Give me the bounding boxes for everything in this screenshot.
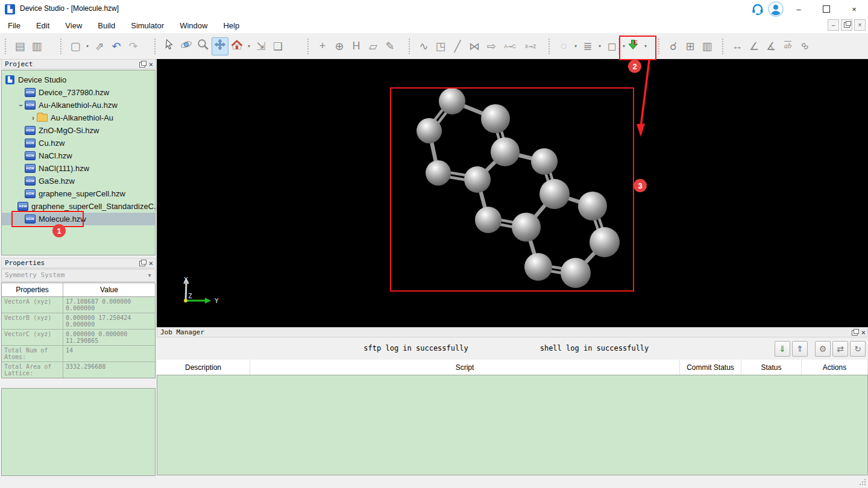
- project-float-button[interactable]: [139, 62, 145, 67]
- select-cursor-button[interactable]: [161, 37, 178, 55]
- properties-float-button[interactable]: [139, 261, 145, 266]
- child-restore-button[interactable]: [841, 19, 852, 31]
- atom[interactable]: [512, 213, 541, 242]
- tree-item-cu[interactable]: HZWCu.hzw: [2, 137, 155, 149]
- save-button[interactable]: ▥: [28, 37, 45, 55]
- job-settings-button[interactable]: ⚙: [815, 341, 831, 357]
- add-fragment-button[interactable]: ⊕: [331, 37, 348, 55]
- select-atoms-button[interactable]: ◌: [555, 37, 572, 55]
- measure-dihedral-button[interactable]: ∡: [763, 37, 779, 55]
- project-close-button[interactable]: ×: [149, 61, 153, 68]
- build-supercell-button[interactable]: ⊞: [682, 37, 699, 55]
- build-cluster-button[interactable]: ☌: [665, 37, 682, 55]
- pan-view-button[interactable]: [212, 37, 228, 55]
- tree-item-graphene-supercell[interactable]: HZWgraphene_superCell.hzw: [2, 187, 155, 200]
- undo-button[interactable]: ↶: [108, 37, 125, 55]
- open-project-button[interactable]: ▤: [11, 37, 28, 55]
- new-file-dropdown[interactable]: ▾: [84, 37, 91, 55]
- support-headset-icon[interactable]: [749, 1, 767, 17]
- column-header-actions[interactable]: Actions: [802, 360, 868, 375]
- home-view-button[interactable]: [228, 37, 245, 55]
- draw-bond-button[interactable]: ✎: [382, 37, 398, 55]
- column-header-status[interactable]: Status: [741, 360, 802, 375]
- tile-windows-button[interactable]: ❏: [269, 37, 286, 55]
- mirror-button[interactable]: ⋈: [466, 37, 483, 55]
- menu-window[interactable]: Window: [172, 18, 215, 33]
- tree-item-nacl-111[interactable]: HZWNaCl(111).hzw: [2, 162, 155, 175]
- job-manager-close-button[interactable]: ×: [861, 329, 866, 336]
- submit-job-button[interactable]: ⇑: [792, 341, 808, 357]
- close-button[interactable]: ×: [840, 1, 868, 18]
- atom[interactable]: [481, 104, 510, 133]
- refresh-jobs-button[interactable]: ↻: [850, 341, 866, 357]
- build-lattice-button[interactable]: ▥: [699, 37, 715, 55]
- expand-chevron-icon[interactable]: ›: [30, 114, 37, 122]
- add-atom-button[interactable]: +: [314, 37, 331, 55]
- viewport-3d[interactable]: X Y Z: [157, 59, 868, 327]
- column-header-description[interactable]: Description: [157, 360, 250, 375]
- select-cell-button[interactable]: ◻: [603, 37, 620, 55]
- atom[interactable]: [417, 118, 442, 143]
- toolbar-drag-handle[interactable]: [154, 39, 159, 54]
- menu-build[interactable]: Build: [90, 18, 123, 33]
- atom[interactable]: [491, 137, 520, 166]
- toolbar-drag-handle[interactable]: [409, 39, 413, 54]
- column-header-script[interactable]: Script: [250, 360, 680, 375]
- atom[interactable]: [426, 160, 451, 186]
- symmetry-system-combo[interactable]: Symmetry System ▼: [1, 269, 156, 282]
- bond-length-button[interactable]: ∞: [796, 37, 813, 55]
- user-account-icon[interactable]: [767, 1, 785, 17]
- atom[interactable]: [578, 192, 607, 221]
- zoom-view-button[interactable]: [195, 37, 212, 55]
- job-manager-float-button[interactable]: [852, 330, 858, 336]
- select-molecule-button[interactable]: ≣: [579, 37, 596, 55]
- job-flow-button[interactable]: ⇄: [832, 341, 848, 357]
- add-hydrogen-button[interactable]: H: [348, 37, 365, 55]
- collapse-chevron-icon[interactable]: ›: [17, 102, 25, 109]
- tree-item-device-737980[interactable]: HZWDevice_737980.hzw: [2, 86, 155, 99]
- tree-item-graphene-supercell-standardize[interactable]: HZWgraphene_superCell_StandardizeC...: [2, 200, 155, 213]
- toolbar-drag-handle[interactable]: [722, 39, 726, 54]
- export-file-button[interactable]: ⇗: [91, 37, 108, 55]
- menu-view[interactable]: View: [57, 18, 90, 33]
- select-atoms-dropdown[interactable]: ▾: [572, 37, 579, 55]
- menu-simulator[interactable]: Simulator: [123, 18, 172, 33]
- redo-button[interactable]: ↷: [125, 37, 142, 55]
- rename-elements-button[interactable]: A⇝C: [500, 37, 520, 55]
- tree-item-gase[interactable]: HZWGaSe.hzw: [2, 175, 155, 187]
- select-molecule-dropdown[interactable]: ▾: [596, 37, 603, 55]
- maximize-button[interactable]: [813, 1, 840, 18]
- minimize-button[interactable]: –: [785, 1, 813, 18]
- tree-item-au-alkanethiol-au-folder[interactable]: ›Au-Alkanethiol-Au: [2, 111, 155, 124]
- menu-help[interactable]: Help: [215, 18, 247, 33]
- fit-view-button[interactable]: ⇲: [253, 37, 269, 55]
- fetch-results-button[interactable]: ⇓: [775, 341, 790, 357]
- move-atom-button[interactable]: ◳: [432, 37, 449, 55]
- atom[interactable]: [524, 253, 552, 281]
- atom[interactable]: [590, 227, 620, 257]
- toolbar-drag-handle[interactable]: [549, 39, 553, 54]
- atom[interactable]: [475, 207, 502, 233]
- atom[interactable]: [531, 148, 558, 175]
- child-minimize-button[interactable]: –: [828, 19, 839, 31]
- toolbar-drag-handle[interactable]: [5, 39, 9, 54]
- export-to-simulator-button[interactable]: E: [625, 37, 642, 55]
- child-close-button[interactable]: ×: [854, 19, 866, 31]
- atom[interactable]: [464, 166, 491, 193]
- toolbar-drag-handle[interactable]: [658, 39, 662, 54]
- edit-bond-button[interactable]: ∿: [415, 37, 432, 55]
- rotate-view-button[interactable]: [178, 37, 195, 55]
- adjust-structure-button[interactable]: ╱: [449, 37, 466, 55]
- properties-close-button[interactable]: ×: [149, 260, 153, 267]
- measure-angle-button[interactable]: ∠: [746, 37, 763, 55]
- resize-grip[interactable]: [860, 484, 861, 485]
- new-file-button[interactable]: ▢: [67, 37, 84, 55]
- atom[interactable]: [539, 179, 570, 209]
- menu-edit[interactable]: Edit: [28, 18, 57, 33]
- replace-fragment-button[interactable]: ⇨: [483, 37, 500, 55]
- export-to-simulator-dropdown[interactable]: ▾: [642, 37, 649, 55]
- erase-button[interactable]: ▱: [365, 37, 382, 55]
- atom[interactable]: [561, 258, 591, 288]
- tree-item-molecule[interactable]: HZWMolecule.hzw: [2, 213, 155, 225]
- toolbar-drag-handle[interactable]: [307, 39, 312, 54]
